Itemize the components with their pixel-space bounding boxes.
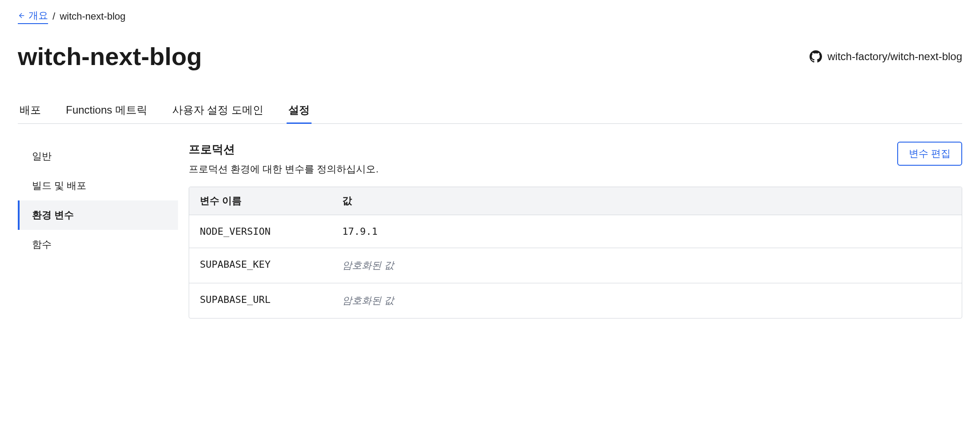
section-header: 프로덕션 프로덕션 환경에 대한 변수를 정의하십시오. 변수 편집 xyxy=(189,142,962,176)
breadcrumb: 개요 / witch-next-blog xyxy=(18,9,962,24)
section-header-text: 프로덕션 프로덕션 환경에 대한 변수를 정의하십시오. xyxy=(189,142,897,176)
table-row: SUPABASE_URL 암호화된 값 xyxy=(189,283,962,318)
col-header-value: 값 xyxy=(332,187,962,215)
tab-settings[interactable]: 설정 xyxy=(287,98,312,124)
content: 일반 빌드 및 배포 환경 변수 함수 프로덕션 프로덕션 환경에 대한 변수를… xyxy=(18,142,962,318)
var-name: SUPABASE_KEY xyxy=(189,248,332,283)
main-content: 프로덕션 프로덕션 환경에 대한 변수를 정의하십시오. 변수 편집 변수 이름… xyxy=(189,142,962,318)
page-header: witch-next-blog witch-factory/witch-next… xyxy=(18,42,962,71)
var-name: NODE_VERSION xyxy=(189,215,332,248)
arrow-left-icon xyxy=(18,12,26,20)
tab-deploy[interactable]: 배포 xyxy=(18,98,43,124)
breadcrumb-current: witch-next-blog xyxy=(60,11,126,22)
github-icon xyxy=(810,50,822,63)
edit-variables-button[interactable]: 변수 편집 xyxy=(897,142,962,166)
table-header: 변수 이름 값 xyxy=(189,187,962,215)
table-row: SUPABASE_KEY 암호화된 값 xyxy=(189,248,962,283)
col-header-name: 변수 이름 xyxy=(189,187,332,215)
table-row: NODE_VERSION 17.9.1 xyxy=(189,215,962,248)
tabs: 배포 Functions 메트릭 사용자 설정 도메인 설정 xyxy=(18,98,962,124)
var-name: SUPABASE_URL xyxy=(189,283,332,318)
tab-custom-domain[interactable]: 사용자 설정 도메인 xyxy=(170,98,265,124)
sidebar: 일반 빌드 및 배포 환경 변수 함수 xyxy=(18,142,178,318)
section-title: 프로덕션 xyxy=(189,142,897,157)
var-value-encrypted: 암호화된 값 xyxy=(332,248,962,283)
breadcrumb-back-link[interactable]: 개요 xyxy=(18,9,48,24)
page-title: witch-next-blog xyxy=(18,42,202,71)
github-repo-label: witch-factory/witch-next-blog xyxy=(827,50,962,63)
sidebar-item-build-deploy[interactable]: 빌드 및 배포 xyxy=(18,171,178,200)
sidebar-item-general[interactable]: 일반 xyxy=(18,142,178,171)
var-value: 17.9.1 xyxy=(332,215,962,248)
sidebar-item-functions[interactable]: 함수 xyxy=(18,230,178,259)
github-repo-link[interactable]: witch-factory/witch-next-blog xyxy=(810,50,962,63)
tab-functions-metrics[interactable]: Functions 메트릭 xyxy=(64,98,149,124)
env-var-table: 변수 이름 값 NODE_VERSION 17.9.1 SUPABASE_KEY… xyxy=(189,187,962,318)
section-description: 프로덕션 환경에 대한 변수를 정의하십시오. xyxy=(189,163,897,176)
breadcrumb-separator: / xyxy=(53,11,55,22)
sidebar-item-env-vars[interactable]: 환경 변수 xyxy=(18,200,178,230)
breadcrumb-back-label: 개요 xyxy=(28,9,48,22)
var-value-encrypted: 암호화된 값 xyxy=(332,283,962,318)
